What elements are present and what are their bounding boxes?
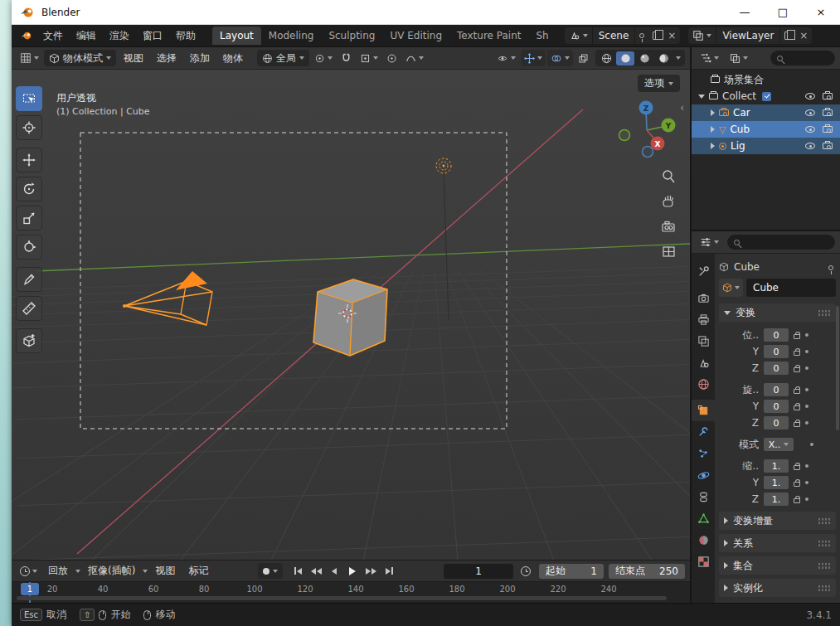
mode-selector[interactable]: 物体模式 [44, 50, 116, 66]
hide-in-viewport-icon[interactable] [805, 109, 815, 116]
viewport-3d[interactable]: Z Y X [12, 70, 690, 560]
collection-checkbox[interactable] [762, 92, 771, 101]
pin-id-button[interactable] [828, 261, 833, 273]
viewlayer-name[interactable]: ViewLayer [716, 27, 780, 44]
object-id-browse-button[interactable] [719, 279, 743, 297]
move-tool[interactable] [16, 148, 42, 172]
transform-orientation-selector[interactable]: 全局 [257, 50, 309, 66]
location-x-field[interactable]: 0 [764, 328, 789, 342]
tab-texture[interactable] [692, 551, 715, 572]
scale-y-field[interactable]: 1. [764, 476, 789, 489]
lock-icon[interactable] [794, 405, 800, 410]
proportional-falloff-dropdown[interactable] [402, 50, 427, 66]
menu-add[interactable]: 添加 [184, 51, 216, 66]
menu-render[interactable]: 渲染 [103, 29, 136, 43]
menu-view[interactable]: 视图 [118, 51, 149, 66]
gizmo-axis-neg-z[interactable] [643, 147, 653, 158]
animate-decorator-icon[interactable] [805, 405, 808, 408]
disable-in-render-icon[interactable] [823, 143, 833, 149]
drag-handle-icon[interactable] [818, 309, 831, 317]
properties-scrollbar[interactable] [836, 306, 839, 430]
expand-icon[interactable] [711, 126, 715, 133]
rotation-x-field[interactable]: 0 [764, 383, 789, 396]
animate-decorator-icon[interactable] [805, 481, 808, 484]
menu-playback[interactable]: 回放 [42, 564, 74, 578]
shading-material-button[interactable] [635, 51, 653, 66]
workspace-tab-sculpting[interactable]: Sculpting [321, 27, 382, 45]
gizmos-toggle[interactable] [521, 50, 546, 66]
scene-name[interactable]: Scene [592, 27, 636, 44]
shading-dropdown-icon[interactable] [676, 56, 681, 60]
chevron-down-icon[interactable] [273, 570, 278, 573]
new-scene-button[interactable] [648, 32, 663, 40]
animate-decorator-icon[interactable] [805, 388, 808, 391]
lock-icon[interactable] [794, 389, 800, 394]
proportional-editing-toggle[interactable] [383, 50, 401, 66]
tab-object-data[interactable] [692, 507, 715, 529]
expand-icon[interactable] [711, 143, 715, 149]
scale-x-field[interactable]: 1. [764, 459, 789, 473]
outliner-display-mode-button[interactable] [726, 50, 751, 66]
breadcrumb-object-name[interactable]: Cube [734, 261, 760, 273]
shading-wireframe-button[interactable] [597, 51, 615, 66]
disable-in-render-icon[interactable] [823, 93, 833, 99]
panel-delta-transform[interactable]: 变换增量 [719, 512, 836, 530]
object-name-field[interactable]: Cube [746, 279, 836, 297]
panel-instancing[interactable]: 实例化 [719, 579, 836, 597]
menu-file[interactable]: 文件 [36, 29, 70, 43]
tab-tool[interactable] [692, 260, 715, 282]
minimize-button[interactable]: — [726, 0, 764, 24]
snap-settings-dropdown[interactable] [357, 50, 381, 66]
frame-start-field[interactable]: 起始 1 [539, 564, 604, 579]
annotate-tool[interactable] [16, 267, 42, 292]
rotation-z-field[interactable]: 0 [764, 416, 789, 429]
editor-type-button[interactable] [17, 50, 42, 66]
scale-z-field[interactable]: 1. [764, 493, 789, 506]
tab-output[interactable] [692, 308, 715, 330]
blender-menu-icon[interactable] [17, 30, 36, 41]
lock-icon[interactable] [794, 498, 800, 503]
tab-world[interactable] [692, 373, 715, 395]
snap-toggle[interactable] [337, 50, 355, 66]
panel-collections[interactable]: 集合 [719, 556, 836, 575]
play-reverse-button[interactable] [326, 564, 342, 579]
timeline-scrollbar[interactable] [17, 596, 667, 600]
use-preview-range-toggle[interactable] [517, 563, 534, 580]
hide-in-viewport-icon[interactable] [805, 143, 815, 149]
next-keyframe-button[interactable] [362, 564, 379, 579]
viewport-canvas[interactable]: Z Y X [12, 70, 690, 560]
menu-edit[interactable]: 编辑 [70, 29, 103, 43]
cube-object-row[interactable]: ▽ Cub [692, 121, 840, 138]
panel-relations[interactable]: 关系 [719, 534, 836, 552]
hide-in-viewport-icon[interactable] [805, 93, 815, 99]
scene-pin-button[interactable] [635, 33, 648, 38]
add-cube-tool[interactable] [16, 328, 42, 353]
disable-in-render-icon[interactable] [823, 109, 833, 116]
workspace-tab-modeling[interactable]: Modeling [261, 27, 322, 45]
lock-icon[interactable] [794, 465, 800, 470]
viewlayer-browse-button[interactable] [688, 30, 716, 41]
lock-icon[interactable] [794, 351, 800, 356]
measure-tool[interactable] [16, 296, 42, 321]
timeline-editor-type-button[interactable] [17, 563, 41, 580]
box-select-tool[interactable] [16, 86, 42, 111]
drag-handle-icon[interactable] [818, 562, 831, 570]
drag-handle-icon[interactable] [818, 540, 831, 547]
tab-render[interactable] [692, 287, 715, 308]
play-button[interactable] [344, 564, 361, 579]
transform-panel-header[interactable]: 变换 [719, 303, 836, 322]
remove-viewlayer-button[interactable]: × [795, 30, 812, 41]
timeline-ruler[interactable]: 20 40 60 80 100 120 140 160 180 200 220 … [12, 581, 690, 603]
animate-decorator-icon[interactable] [805, 350, 808, 353]
jump-to-end-button[interactable] [381, 564, 397, 579]
tab-constraints[interactable] [692, 486, 715, 507]
current-frame-field[interactable]: 1 [444, 564, 513, 579]
workspace-tab-shading-truncated[interactable]: Sh [528, 27, 556, 45]
menu-window[interactable]: 窗口 [136, 29, 169, 43]
drag-handle-icon[interactable] [818, 585, 831, 592]
scene-collection-row[interactable]: 场景集合 [692, 71, 840, 88]
menu-marker[interactable]: 标记 [182, 564, 214, 578]
lock-icon[interactable] [794, 334, 800, 339]
rotate-tool[interactable] [16, 177, 42, 201]
jump-to-start-button[interactable] [289, 564, 306, 579]
